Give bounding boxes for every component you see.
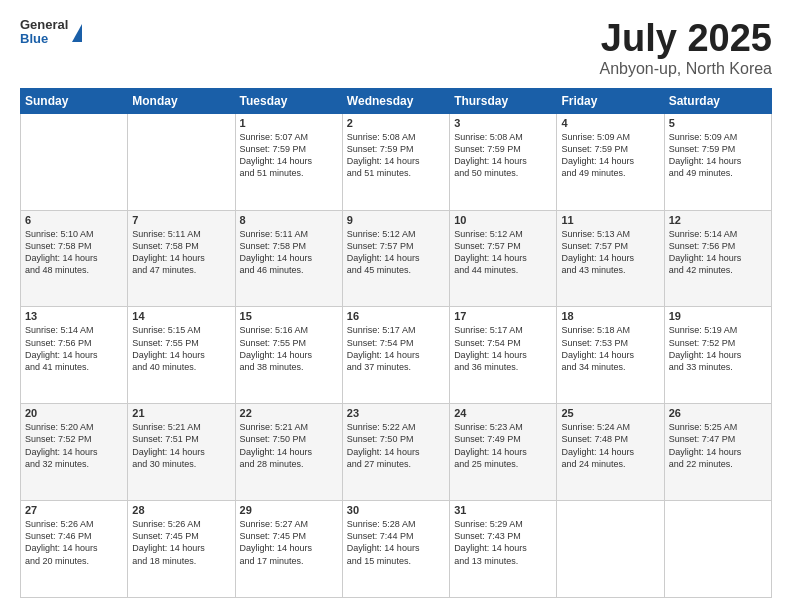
table-row	[21, 113, 128, 210]
table-row	[557, 501, 664, 598]
day-number: 30	[347, 504, 445, 516]
table-row: 31Sunrise: 5:29 AM Sunset: 7:43 PM Dayli…	[450, 501, 557, 598]
calendar-title: July 2025	[599, 18, 772, 60]
calendar-week-row: 20Sunrise: 5:20 AM Sunset: 7:52 PM Dayli…	[21, 404, 772, 501]
table-row: 23Sunrise: 5:22 AM Sunset: 7:50 PM Dayli…	[342, 404, 449, 501]
day-number: 9	[347, 214, 445, 226]
day-info: Sunrise: 5:22 AM Sunset: 7:50 PM Dayligh…	[347, 421, 445, 470]
day-number: 16	[347, 310, 445, 322]
day-info: Sunrise: 5:21 AM Sunset: 7:51 PM Dayligh…	[132, 421, 230, 470]
logo-blue: Blue	[20, 32, 68, 46]
table-row: 1Sunrise: 5:07 AM Sunset: 7:59 PM Daylig…	[235, 113, 342, 210]
day-number: 5	[669, 117, 767, 129]
table-row: 29Sunrise: 5:27 AM Sunset: 7:45 PM Dayli…	[235, 501, 342, 598]
day-info: Sunrise: 5:11 AM Sunset: 7:58 PM Dayligh…	[240, 228, 338, 277]
day-number: 14	[132, 310, 230, 322]
day-info: Sunrise: 5:26 AM Sunset: 7:45 PM Dayligh…	[132, 518, 230, 567]
day-number: 6	[25, 214, 123, 226]
header-thursday: Thursday	[450, 88, 557, 113]
day-info: Sunrise: 5:26 AM Sunset: 7:46 PM Dayligh…	[25, 518, 123, 567]
table-row: 7Sunrise: 5:11 AM Sunset: 7:58 PM Daylig…	[128, 210, 235, 307]
table-row: 30Sunrise: 5:28 AM Sunset: 7:44 PM Dayli…	[342, 501, 449, 598]
table-row: 22Sunrise: 5:21 AM Sunset: 7:50 PM Dayli…	[235, 404, 342, 501]
calendar-table: Sunday Monday Tuesday Wednesday Thursday…	[20, 88, 772, 598]
day-number: 27	[25, 504, 123, 516]
table-row: 27Sunrise: 5:26 AM Sunset: 7:46 PM Dayli…	[21, 501, 128, 598]
day-info: Sunrise: 5:17 AM Sunset: 7:54 PM Dayligh…	[454, 324, 552, 373]
day-info: Sunrise: 5:24 AM Sunset: 7:48 PM Dayligh…	[561, 421, 659, 470]
table-row: 12Sunrise: 5:14 AM Sunset: 7:56 PM Dayli…	[664, 210, 771, 307]
day-number: 11	[561, 214, 659, 226]
header-tuesday: Tuesday	[235, 88, 342, 113]
day-info: Sunrise: 5:18 AM Sunset: 7:53 PM Dayligh…	[561, 324, 659, 373]
day-info: Sunrise: 5:20 AM Sunset: 7:52 PM Dayligh…	[25, 421, 123, 470]
day-number: 2	[347, 117, 445, 129]
day-info: Sunrise: 5:10 AM Sunset: 7:58 PM Dayligh…	[25, 228, 123, 277]
logo-text: General Blue	[20, 18, 68, 47]
table-row: 4Sunrise: 5:09 AM Sunset: 7:59 PM Daylig…	[557, 113, 664, 210]
table-row: 21Sunrise: 5:21 AM Sunset: 7:51 PM Dayli…	[128, 404, 235, 501]
day-number: 29	[240, 504, 338, 516]
table-row: 28Sunrise: 5:26 AM Sunset: 7:45 PM Dayli…	[128, 501, 235, 598]
table-row: 9Sunrise: 5:12 AM Sunset: 7:57 PM Daylig…	[342, 210, 449, 307]
table-row: 2Sunrise: 5:08 AM Sunset: 7:59 PM Daylig…	[342, 113, 449, 210]
logo-triangle-icon	[72, 24, 82, 42]
table-row: 13Sunrise: 5:14 AM Sunset: 7:56 PM Dayli…	[21, 307, 128, 404]
header-sunday: Sunday	[21, 88, 128, 113]
header-saturday: Saturday	[664, 88, 771, 113]
day-info: Sunrise: 5:08 AM Sunset: 7:59 PM Dayligh…	[454, 131, 552, 180]
day-number: 1	[240, 117, 338, 129]
table-row: 14Sunrise: 5:15 AM Sunset: 7:55 PM Dayli…	[128, 307, 235, 404]
day-number: 31	[454, 504, 552, 516]
table-row: 15Sunrise: 5:16 AM Sunset: 7:55 PM Dayli…	[235, 307, 342, 404]
table-row: 11Sunrise: 5:13 AM Sunset: 7:57 PM Dayli…	[557, 210, 664, 307]
day-info: Sunrise: 5:29 AM Sunset: 7:43 PM Dayligh…	[454, 518, 552, 567]
day-number: 20	[25, 407, 123, 419]
day-number: 17	[454, 310, 552, 322]
table-row: 19Sunrise: 5:19 AM Sunset: 7:52 PM Dayli…	[664, 307, 771, 404]
day-info: Sunrise: 5:08 AM Sunset: 7:59 PM Dayligh…	[347, 131, 445, 180]
table-row: 25Sunrise: 5:24 AM Sunset: 7:48 PM Dayli…	[557, 404, 664, 501]
table-row: 20Sunrise: 5:20 AM Sunset: 7:52 PM Dayli…	[21, 404, 128, 501]
day-info: Sunrise: 5:13 AM Sunset: 7:57 PM Dayligh…	[561, 228, 659, 277]
day-number: 28	[132, 504, 230, 516]
day-info: Sunrise: 5:15 AM Sunset: 7:55 PM Dayligh…	[132, 324, 230, 373]
table-row: 16Sunrise: 5:17 AM Sunset: 7:54 PM Dayli…	[342, 307, 449, 404]
day-info: Sunrise: 5:09 AM Sunset: 7:59 PM Dayligh…	[561, 131, 659, 180]
day-number: 10	[454, 214, 552, 226]
day-number: 7	[132, 214, 230, 226]
day-info: Sunrise: 5:17 AM Sunset: 7:54 PM Dayligh…	[347, 324, 445, 373]
day-number: 12	[669, 214, 767, 226]
day-info: Sunrise: 5:25 AM Sunset: 7:47 PM Dayligh…	[669, 421, 767, 470]
day-info: Sunrise: 5:12 AM Sunset: 7:57 PM Dayligh…	[347, 228, 445, 277]
day-info: Sunrise: 5:11 AM Sunset: 7:58 PM Dayligh…	[132, 228, 230, 277]
table-row: 3Sunrise: 5:08 AM Sunset: 7:59 PM Daylig…	[450, 113, 557, 210]
table-row: 8Sunrise: 5:11 AM Sunset: 7:58 PM Daylig…	[235, 210, 342, 307]
day-info: Sunrise: 5:16 AM Sunset: 7:55 PM Dayligh…	[240, 324, 338, 373]
day-info: Sunrise: 5:21 AM Sunset: 7:50 PM Dayligh…	[240, 421, 338, 470]
calendar-week-row: 27Sunrise: 5:26 AM Sunset: 7:46 PM Dayli…	[21, 501, 772, 598]
table-row	[664, 501, 771, 598]
table-row: 10Sunrise: 5:12 AM Sunset: 7:57 PM Dayli…	[450, 210, 557, 307]
day-number: 22	[240, 407, 338, 419]
header-friday: Friday	[557, 88, 664, 113]
table-row: 26Sunrise: 5:25 AM Sunset: 7:47 PM Dayli…	[664, 404, 771, 501]
header-monday: Monday	[128, 88, 235, 113]
day-number: 26	[669, 407, 767, 419]
logo: General Blue	[20, 18, 82, 47]
calendar-week-row: 13Sunrise: 5:14 AM Sunset: 7:56 PM Dayli…	[21, 307, 772, 404]
table-row: 18Sunrise: 5:18 AM Sunset: 7:53 PM Dayli…	[557, 307, 664, 404]
calendar-week-row: 6Sunrise: 5:10 AM Sunset: 7:58 PM Daylig…	[21, 210, 772, 307]
day-info: Sunrise: 5:14 AM Sunset: 7:56 PM Dayligh…	[25, 324, 123, 373]
day-info: Sunrise: 5:23 AM Sunset: 7:49 PM Dayligh…	[454, 421, 552, 470]
day-info: Sunrise: 5:07 AM Sunset: 7:59 PM Dayligh…	[240, 131, 338, 180]
calendar-header-row: Sunday Monday Tuesday Wednesday Thursday…	[21, 88, 772, 113]
day-number: 18	[561, 310, 659, 322]
calendar-week-row: 1Sunrise: 5:07 AM Sunset: 7:59 PM Daylig…	[21, 113, 772, 210]
day-info: Sunrise: 5:19 AM Sunset: 7:52 PM Dayligh…	[669, 324, 767, 373]
day-info: Sunrise: 5:12 AM Sunset: 7:57 PM Dayligh…	[454, 228, 552, 277]
day-number: 4	[561, 117, 659, 129]
day-number: 13	[25, 310, 123, 322]
day-info: Sunrise: 5:14 AM Sunset: 7:56 PM Dayligh…	[669, 228, 767, 277]
day-number: 24	[454, 407, 552, 419]
